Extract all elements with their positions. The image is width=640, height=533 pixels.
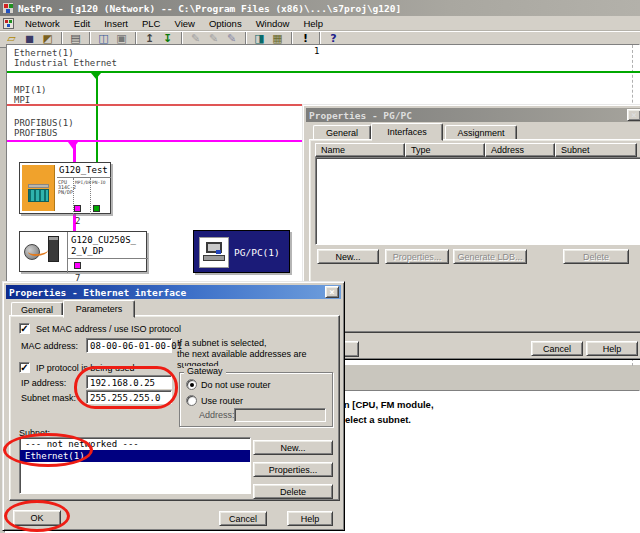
router-address-field[interactable] xyxy=(234,408,326,422)
menu-bar: NetworkEditInsertPLCViewOptionsWindowHel… xyxy=(0,16,640,31)
mpi-dp-port[interactable] xyxy=(74,205,81,212)
subnet-mask-field[interactable]: 255.255.255.0 xyxy=(86,390,172,404)
close-icon[interactable]: × xyxy=(627,109,640,121)
ip-address-field[interactable]: 192.168.0.25 xyxy=(86,375,172,389)
drive-dp-port[interactable] xyxy=(74,262,81,269)
menu-insert[interactable]: Insert xyxy=(97,17,135,30)
no-router-radio-label: Do not use router xyxy=(201,380,271,390)
pgpc-properties-dialog: Properties - PG/PC × General Interfaces … xyxy=(302,104,640,360)
tab-assignment[interactable]: Assignment xyxy=(445,125,517,140)
subnet-note-line1: If a subnet is selected, xyxy=(177,338,267,348)
subnet-properties-button[interactable]: Properties... xyxy=(253,462,333,477)
mac-address-label: MAC address: xyxy=(21,341,78,351)
laptop-icon xyxy=(206,242,222,253)
menu-view[interactable]: View xyxy=(167,17,201,30)
ok-button[interactable]: OK xyxy=(13,510,61,526)
netpro-app-icon xyxy=(2,2,14,14)
gateway-group-label: Gateway xyxy=(184,366,226,376)
subnet-listbox[interactable]: --- not networked --- Ethernet(1) xyxy=(19,437,251,494)
laptop-screen-pixel xyxy=(216,250,221,254)
menu-options[interactable]: Options xyxy=(202,17,249,30)
delete-button[interactable]: Delete xyxy=(563,249,629,264)
column-header-type[interactable]: Type xyxy=(405,143,485,157)
subnet-delete-button[interactable]: Delete xyxy=(253,484,333,499)
menu-help[interactable]: Help xyxy=(296,17,330,30)
pgpc-dialog-title-bar[interactable]: Properties - PG/PC × xyxy=(306,108,640,122)
help-text-line1: on [CPU, FM module, xyxy=(338,399,434,410)
cpu-chip-top xyxy=(28,184,49,188)
station-g120-drive[interactable]: G120_CU250S_ 2_V_DP xyxy=(19,231,147,272)
pgpc-dialog-title: Properties - PG/PC xyxy=(309,110,412,121)
cancel-button[interactable]: Cancel xyxy=(531,341,583,356)
main-title-bar: NetPro - [g120 (Network) -- C:\Program F… xyxy=(0,0,640,16)
subnet-new-button[interactable]: New... xyxy=(253,440,333,455)
subnet-note-line2: the next available addresses are xyxy=(177,349,307,359)
window-title: NetPro - [g120 (Network) -- C:\Program F… xyxy=(18,3,401,14)
subnet-profibus-type: PROFIBUS xyxy=(14,128,57,138)
mac-checkbox-label: Set MAC address / use ISO protocol xyxy=(36,324,181,334)
menu-network[interactable]: Network xyxy=(18,17,67,30)
pn-io-port-label: PN-IO xyxy=(92,180,106,185)
subnet-ethernet-type: Industrial Ethernet xyxy=(14,58,117,68)
help-text-line2: elect a subnet. xyxy=(345,414,411,425)
mpi-dp-port-label: MPI/DP xyxy=(75,180,91,185)
cable-icon xyxy=(28,246,48,256)
cancel-button[interactable]: Cancel xyxy=(219,511,267,526)
ethernet-line[interactable] xyxy=(7,71,640,73)
no-router-radio[interactable] xyxy=(186,379,197,390)
top-marker: 1 xyxy=(314,46,319,56)
cpu-module-block[interactable] xyxy=(22,165,55,211)
column-header-subnet[interactable]: Subnet xyxy=(555,143,637,157)
drive-title-line1[interactable]: G120_CU250S_ xyxy=(71,235,136,245)
pg-pc-cell xyxy=(199,237,229,268)
menu-plc[interactable]: PLC xyxy=(135,17,167,30)
station-address: 2 xyxy=(75,216,80,226)
interfaces-list-body[interactable] xyxy=(315,157,640,245)
help-button[interactable]: Help xyxy=(586,341,638,356)
use-router-radio[interactable] xyxy=(186,395,197,406)
use-router-radio-label: Use router xyxy=(201,396,243,406)
laptop-base xyxy=(203,255,225,261)
router-address-label: Address: xyxy=(199,410,235,420)
ip-checkbox[interactable]: ✓ xyxy=(19,362,30,373)
tab-interfaces[interactable]: Interfaces xyxy=(371,123,443,141)
generate-ldb-button[interactable]: Generate LDB... xyxy=(453,249,527,264)
ip-address-label: IP address: xyxy=(21,378,66,388)
tab-general[interactable]: General xyxy=(313,125,371,140)
new-button[interactable]: New... xyxy=(317,249,379,264)
subnet-row-not-networked[interactable]: --- not networked --- xyxy=(20,438,250,450)
station-g120-test[interactable]: G120_Test CPU 314C-2 PN/DP MPI/DP PN-IO xyxy=(19,162,111,214)
properties-button[interactable]: Properties... xyxy=(385,249,449,264)
station-pg-pc[interactable]: PG/PC(1) xyxy=(193,230,290,273)
mdi-child-icon[interactable] xyxy=(3,18,14,29)
column-header-address[interactable]: Address xyxy=(485,143,555,157)
cell-divider xyxy=(67,232,68,273)
column-header-name[interactable]: Name xyxy=(315,143,405,157)
subnet-mask-label: Subnet mask: xyxy=(21,393,76,403)
cpu-chip-icon xyxy=(28,189,49,202)
ethernet-properties-dialog: Properties - Ethernet interface × Genera… xyxy=(2,281,345,531)
subnet-ethernet-name[interactable]: Ethernet(1) xyxy=(14,48,74,58)
help-button[interactable]: Help xyxy=(287,511,333,526)
pn-io-port[interactable] xyxy=(93,205,100,212)
menu-bar-items: NetworkEditInsertPLCViewOptionsWindowHel… xyxy=(18,17,330,30)
pg-pc-title: PG/PC(1) xyxy=(234,247,280,258)
station-title[interactable]: G120_Test xyxy=(59,165,108,175)
subnet-mpi-name[interactable]: MPI(1) xyxy=(14,85,47,95)
ip-checkbox-label: IP protocol is being used xyxy=(36,363,134,373)
title-divider xyxy=(57,177,111,178)
subnet-profibus-name[interactable]: PROFIBUS(1) xyxy=(14,118,74,128)
row-divider xyxy=(68,258,148,259)
mac-checkbox[interactable]: ✓ xyxy=(19,323,30,334)
subnet-row-ethernet1[interactable]: Ethernet(1) xyxy=(20,450,250,462)
drive-unit-icon xyxy=(48,236,59,262)
interfaces-table[interactable]: Name Type Address Subnet xyxy=(315,143,640,245)
column-divider xyxy=(90,178,91,214)
menu-window[interactable]: Window xyxy=(249,17,297,30)
menu-edit[interactable]: Edit xyxy=(67,17,97,30)
drive-title-line2[interactable]: 2_V_DP xyxy=(71,246,104,256)
mac-address-field[interactable]: 08-00-06-01-00-01 xyxy=(86,338,172,353)
